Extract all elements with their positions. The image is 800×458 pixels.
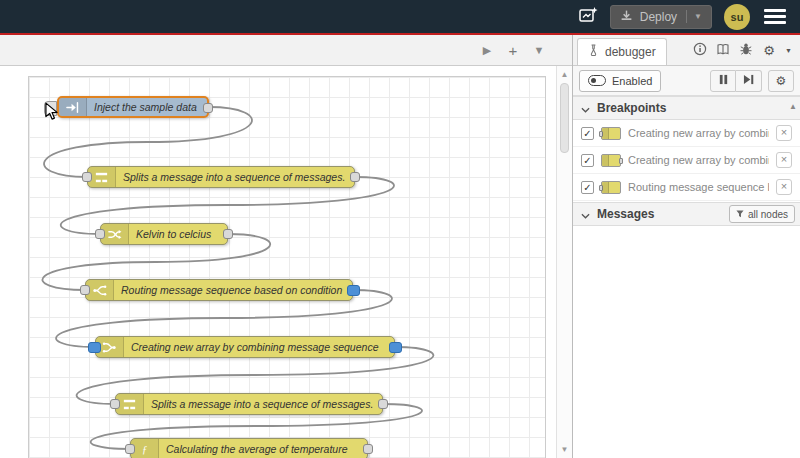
pause-button[interactable] (710, 70, 736, 92)
deploy-button[interactable]: Deploy ▼ (610, 5, 712, 29)
breakpoint-checkbox[interactable]: ✓ (581, 127, 594, 140)
node-label: Splits a message into a sequence of mess… (144, 398, 380, 410)
step-button[interactable] (736, 70, 762, 92)
breakpoint-row[interactable]: ✓Creating new array by combining message… (573, 147, 800, 174)
gear-icon: ⚙ (763, 43, 775, 58)
output-port[interactable] (203, 103, 213, 113)
enabled-label: Enabled (612, 75, 652, 87)
caret-down-icon: ▼ (534, 44, 545, 56)
bug-icon (739, 42, 753, 59)
debug-sidebar-button[interactable] (735, 39, 757, 61)
flow-node-join[interactable]: Creating new array by combining message … (95, 336, 395, 358)
help-sidebar-button[interactable] (712, 39, 734, 61)
debugger-settings-button[interactable]: ⚙ (768, 70, 794, 92)
header: Deploy ▼ su (0, 0, 800, 33)
remove-breakpoint-button[interactable]: × (776, 179, 792, 195)
input-port[interactable] (80, 285, 90, 295)
sparkle-panel-icon (578, 6, 598, 27)
scroll-down-arrow-icon[interactable]: ▼ (557, 445, 572, 454)
output-port[interactable] (350, 172, 360, 182)
menu-bar-icon (764, 21, 786, 24)
flow-node-average[interactable]: ƒCalculating the average of temperature (130, 438, 368, 458)
flow-node-inject[interactable]: Inject the sample data (57, 96, 209, 118)
config-nodes-button[interactable]: ⚙ (758, 39, 780, 61)
node-label: Inject the sample data (87, 101, 204, 113)
main-menu-button[interactable] (762, 7, 788, 26)
breakpoint-checkbox[interactable]: ✓ (581, 154, 594, 167)
messages-title: Messages (597, 207, 654, 221)
flow-node-split-2[interactable]: Splits a message into a sequence of mess… (115, 393, 383, 415)
node-red-app: Deploy ▼ su ▶ + ▼ Inject the sample data… (0, 0, 800, 458)
node-label: Kelvin to celcius (129, 228, 218, 240)
flow-list-button[interactable]: ▼ (528, 39, 550, 61)
deploy-icon (620, 9, 633, 25)
remove-breakpoint-button[interactable]: × (776, 125, 792, 141)
debugger-panel: Breakpoints ▲ ✓Creating new array by com… (573, 96, 800, 458)
node-label: Calculating the average of temperature (159, 443, 355, 455)
menu-bar-icon (764, 15, 786, 18)
flow-node-switch[interactable]: Routing message sequence based on condit… (85, 279, 353, 301)
messages-section-header[interactable]: Messages all nodes (573, 202, 800, 226)
input-port[interactable] (88, 342, 101, 353)
node-mini-icon (601, 127, 621, 140)
caret-down-icon: ▼ (694, 12, 702, 21)
input-port[interactable] (110, 399, 120, 409)
inject-icon (59, 98, 87, 116)
flow-node-split-1[interactable]: Splits a message into a sequence of mess… (87, 166, 355, 188)
sidebar-tab-list-button[interactable]: ▼ (781, 39, 796, 61)
plus-icon: + (509, 42, 518, 59)
breakpoint-label: Creating new array by combining message … (628, 154, 769, 166)
workspace-tab-bar: ▶ + ▼ (0, 35, 572, 66)
node-mini-icon (601, 181, 621, 194)
flow-canvas[interactable]: Inject the sample dataSplits a message i… (0, 66, 556, 458)
play-right-icon: ▶ (483, 44, 491, 56)
output-port[interactable] (389, 342, 402, 353)
node-label: Splits a message into a sequence of mess… (116, 171, 352, 183)
debugger-flask-icon (588, 44, 599, 60)
svg-text:ƒ: ƒ (142, 444, 147, 455)
debugger-toolbar: Enabled ⚙ (573, 66, 800, 96)
sparkle-panel-button[interactable] (578, 6, 598, 27)
gear-icon: ⚙ (776, 74, 787, 88)
breakpoint-row[interactable]: ✓Creating new array by combining message… (573, 120, 800, 147)
output-port[interactable] (363, 444, 373, 454)
breakpoint-checkbox[interactable]: ✓ (581, 181, 594, 194)
output-port[interactable] (378, 399, 388, 409)
breakpoint-label: Routing message sequence based on condit… (628, 181, 769, 193)
breakpoints-title: Breakpoints (597, 101, 666, 115)
node-mini-icon (601, 154, 621, 167)
breakpoint-label: Creating new array by combining message … (628, 127, 769, 139)
deploy-options-button[interactable]: ▼ (686, 10, 707, 23)
scrollbar-thumb[interactable] (560, 83, 569, 153)
output-port[interactable] (223, 229, 233, 239)
sidebar-scroll-up-icon[interactable]: ▲ (789, 102, 797, 111)
chevron-down-icon (581, 99, 590, 117)
input-port[interactable] (125, 444, 135, 454)
tab-debugger[interactable]: debugger (577, 38, 667, 65)
debugger-enabled-toggle[interactable]: Enabled (579, 70, 661, 92)
breakpoint-list: ✓Creating new array by combining message… (573, 120, 800, 201)
input-port[interactable] (95, 229, 105, 239)
node-label: Routing message sequence based on condit… (114, 284, 349, 296)
node-label: Creating new array by combining message … (124, 341, 385, 353)
info-sidebar-button[interactable] (689, 39, 711, 61)
message-filter-button[interactable]: all nodes (729, 205, 795, 223)
canvas-vertical-scrollbar[interactable]: ▲ ▼ (556, 66, 572, 458)
tab-scroll-right-button[interactable]: ▶ (476, 39, 498, 61)
breakpoints-section-header[interactable]: Breakpoints (573, 96, 800, 120)
toggle-icon (588, 75, 606, 86)
sidebar: debugger ⚙ ▼ (572, 35, 800, 458)
info-icon (693, 42, 707, 59)
deploy-label: Deploy (640, 10, 677, 24)
scroll-up-arrow-icon[interactable]: ▲ (557, 70, 572, 79)
output-port[interactable] (347, 285, 360, 296)
input-port[interactable] (82, 172, 92, 182)
user-avatar[interactable]: su (724, 4, 750, 30)
inject-trigger-button[interactable] (44, 101, 57, 116)
chevron-down-icon (581, 205, 590, 223)
breakpoint-row[interactable]: ✓Routing message sequence based on condi… (573, 174, 800, 201)
add-flow-button[interactable]: + (502, 39, 524, 61)
flow-node-kelvin-to-celcius[interactable]: Kelvin to celcius (100, 223, 228, 245)
change-icon (101, 224, 129, 244)
remove-breakpoint-button[interactable]: × (776, 152, 792, 168)
